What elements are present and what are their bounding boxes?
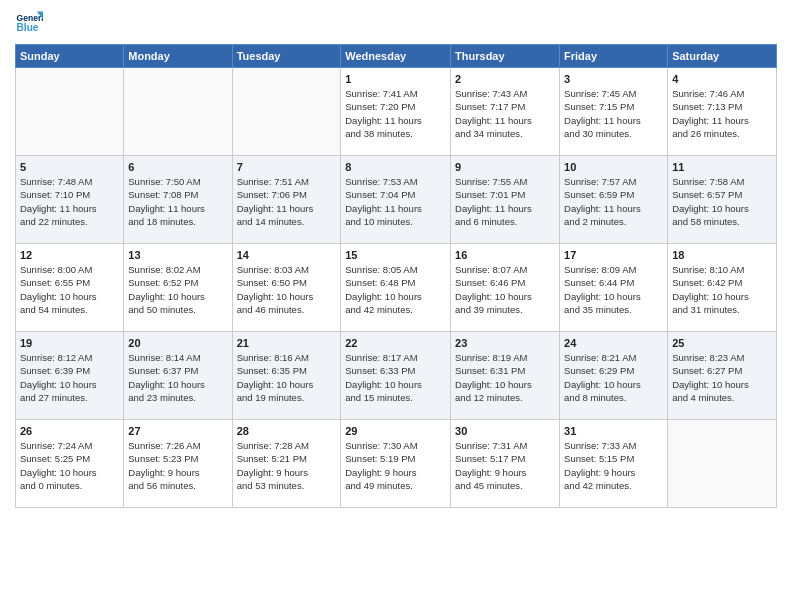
day-number: 23 [455, 337, 555, 349]
day-info: Sunrise: 7:26 AMSunset: 5:23 PMDaylight:… [128, 439, 227, 492]
calendar-cell-2-7: 11Sunrise: 7:58 AMSunset: 6:57 PMDayligh… [668, 156, 777, 244]
calendar-cell-4-1: 19Sunrise: 8:12 AMSunset: 6:39 PMDayligh… [16, 332, 124, 420]
day-number: 16 [455, 249, 555, 261]
calendar-cell-3-5: 16Sunrise: 8:07 AMSunset: 6:46 PMDayligh… [451, 244, 560, 332]
day-number: 1 [345, 73, 446, 85]
calendar-cell-1-6: 3Sunrise: 7:45 AMSunset: 7:15 PMDaylight… [560, 68, 668, 156]
day-info: Sunrise: 8:17 AMSunset: 6:33 PMDaylight:… [345, 351, 446, 404]
day-info: Sunrise: 7:48 AMSunset: 7:10 PMDaylight:… [20, 175, 119, 228]
day-number: 28 [237, 425, 337, 437]
calendar-cell-2-5: 9Sunrise: 7:55 AMSunset: 7:01 PMDaylight… [451, 156, 560, 244]
day-number: 17 [564, 249, 663, 261]
day-number: 19 [20, 337, 119, 349]
day-info: Sunrise: 7:58 AMSunset: 6:57 PMDaylight:… [672, 175, 772, 228]
calendar-cell-5-4: 29Sunrise: 7:30 AMSunset: 5:19 PMDayligh… [341, 420, 451, 508]
day-number: 27 [128, 425, 227, 437]
calendar-container: General Blue SundayMondayTuesdayWednesda… [0, 0, 792, 523]
day-info: Sunrise: 8:12 AMSunset: 6:39 PMDaylight:… [20, 351, 119, 404]
day-number: 6 [128, 161, 227, 173]
calendar-cell-2-6: 10Sunrise: 7:57 AMSunset: 6:59 PMDayligh… [560, 156, 668, 244]
weekday-header-tuesday: Tuesday [232, 45, 341, 68]
calendar-body: 1Sunrise: 7:41 AMSunset: 7:20 PMDaylight… [16, 68, 777, 508]
day-number: 2 [455, 73, 555, 85]
calendar-cell-5-6: 31Sunrise: 7:33 AMSunset: 5:15 PMDayligh… [560, 420, 668, 508]
week-row-5: 26Sunrise: 7:24 AMSunset: 5:25 PMDayligh… [16, 420, 777, 508]
day-number: 24 [564, 337, 663, 349]
calendar-cell-4-7: 25Sunrise: 8:23 AMSunset: 6:27 PMDayligh… [668, 332, 777, 420]
day-number: 26 [20, 425, 119, 437]
day-number: 4 [672, 73, 772, 85]
week-row-4: 19Sunrise: 8:12 AMSunset: 6:39 PMDayligh… [16, 332, 777, 420]
svg-text:Blue: Blue [17, 22, 39, 33]
calendar-cell-4-5: 23Sunrise: 8:19 AMSunset: 6:31 PMDayligh… [451, 332, 560, 420]
day-info: Sunrise: 7:33 AMSunset: 5:15 PMDaylight:… [564, 439, 663, 492]
weekday-header-friday: Friday [560, 45, 668, 68]
calendar-cell-1-4: 1Sunrise: 7:41 AMSunset: 7:20 PMDaylight… [341, 68, 451, 156]
calendar-cell-4-2: 20Sunrise: 8:14 AMSunset: 6:37 PMDayligh… [124, 332, 232, 420]
day-info: Sunrise: 7:50 AMSunset: 7:08 PMDaylight:… [128, 175, 227, 228]
week-row-2: 5Sunrise: 7:48 AMSunset: 7:10 PMDaylight… [16, 156, 777, 244]
calendar-cell-5-1: 26Sunrise: 7:24 AMSunset: 5:25 PMDayligh… [16, 420, 124, 508]
day-info: Sunrise: 8:10 AMSunset: 6:42 PMDaylight:… [672, 263, 772, 316]
calendar-cell-5-7 [668, 420, 777, 508]
day-number: 11 [672, 161, 772, 173]
day-number: 14 [237, 249, 337, 261]
day-info: Sunrise: 7:28 AMSunset: 5:21 PMDaylight:… [237, 439, 337, 492]
day-info: Sunrise: 8:19 AMSunset: 6:31 PMDaylight:… [455, 351, 555, 404]
calendar-cell-1-1 [16, 68, 124, 156]
day-number: 31 [564, 425, 663, 437]
logo-icon: General Blue [15, 10, 43, 38]
calendar-cell-3-1: 12Sunrise: 8:00 AMSunset: 6:55 PMDayligh… [16, 244, 124, 332]
week-row-1: 1Sunrise: 7:41 AMSunset: 7:20 PMDaylight… [16, 68, 777, 156]
calendar-cell-3-3: 14Sunrise: 8:03 AMSunset: 6:50 PMDayligh… [232, 244, 341, 332]
calendar-cell-2-3: 7Sunrise: 7:51 AMSunset: 7:06 PMDaylight… [232, 156, 341, 244]
day-number: 25 [672, 337, 772, 349]
day-info: Sunrise: 7:31 AMSunset: 5:17 PMDaylight:… [455, 439, 555, 492]
weekday-header-sunday: Sunday [16, 45, 124, 68]
day-number: 30 [455, 425, 555, 437]
day-info: Sunrise: 7:41 AMSunset: 7:20 PMDaylight:… [345, 87, 446, 140]
calendar-cell-2-4: 8Sunrise: 7:53 AMSunset: 7:04 PMDaylight… [341, 156, 451, 244]
day-info: Sunrise: 7:43 AMSunset: 7:17 PMDaylight:… [455, 87, 555, 140]
calendar-cell-3-7: 18Sunrise: 8:10 AMSunset: 6:42 PMDayligh… [668, 244, 777, 332]
day-info: Sunrise: 7:55 AMSunset: 7:01 PMDaylight:… [455, 175, 555, 228]
day-info: Sunrise: 8:05 AMSunset: 6:48 PMDaylight:… [345, 263, 446, 316]
day-info: Sunrise: 8:23 AMSunset: 6:27 PMDaylight:… [672, 351, 772, 404]
weekday-header-thursday: Thursday [451, 45, 560, 68]
day-number: 22 [345, 337, 446, 349]
calendar-cell-3-2: 13Sunrise: 8:02 AMSunset: 6:52 PMDayligh… [124, 244, 232, 332]
day-info: Sunrise: 8:03 AMSunset: 6:50 PMDaylight:… [237, 263, 337, 316]
day-number: 8 [345, 161, 446, 173]
calendar-cell-4-6: 24Sunrise: 8:21 AMSunset: 6:29 PMDayligh… [560, 332, 668, 420]
day-number: 29 [345, 425, 446, 437]
day-number: 7 [237, 161, 337, 173]
day-info: Sunrise: 8:14 AMSunset: 6:37 PMDaylight:… [128, 351, 227, 404]
calendar-cell-1-7: 4Sunrise: 7:46 AMSunset: 7:13 PMDaylight… [668, 68, 777, 156]
day-info: Sunrise: 7:46 AMSunset: 7:13 PMDaylight:… [672, 87, 772, 140]
day-info: Sunrise: 7:53 AMSunset: 7:04 PMDaylight:… [345, 175, 446, 228]
weekday-header-saturday: Saturday [668, 45, 777, 68]
day-info: Sunrise: 7:45 AMSunset: 7:15 PMDaylight:… [564, 87, 663, 140]
day-number: 10 [564, 161, 663, 173]
day-info: Sunrise: 7:51 AMSunset: 7:06 PMDaylight:… [237, 175, 337, 228]
calendar-header: SundayMondayTuesdayWednesdayThursdayFrid… [16, 45, 777, 68]
calendar-cell-3-4: 15Sunrise: 8:05 AMSunset: 6:48 PMDayligh… [341, 244, 451, 332]
day-number: 3 [564, 73, 663, 85]
day-number: 12 [20, 249, 119, 261]
calendar-cell-1-2 [124, 68, 232, 156]
day-info: Sunrise: 7:24 AMSunset: 5:25 PMDaylight:… [20, 439, 119, 492]
calendar-cell-5-3: 28Sunrise: 7:28 AMSunset: 5:21 PMDayligh… [232, 420, 341, 508]
day-info: Sunrise: 8:09 AMSunset: 6:44 PMDaylight:… [564, 263, 663, 316]
calendar-cell-2-1: 5Sunrise: 7:48 AMSunset: 7:10 PMDaylight… [16, 156, 124, 244]
calendar-cell-4-3: 21Sunrise: 8:16 AMSunset: 6:35 PMDayligh… [232, 332, 341, 420]
logo: General Blue [15, 10, 43, 38]
day-number: 5 [20, 161, 119, 173]
day-number: 15 [345, 249, 446, 261]
header-top: General Blue [15, 10, 777, 38]
calendar-cell-3-6: 17Sunrise: 8:09 AMSunset: 6:44 PMDayligh… [560, 244, 668, 332]
day-info: Sunrise: 7:30 AMSunset: 5:19 PMDaylight:… [345, 439, 446, 492]
day-info: Sunrise: 8:00 AMSunset: 6:55 PMDaylight:… [20, 263, 119, 316]
calendar-cell-5-2: 27Sunrise: 7:26 AMSunset: 5:23 PMDayligh… [124, 420, 232, 508]
day-info: Sunrise: 8:21 AMSunset: 6:29 PMDaylight:… [564, 351, 663, 404]
day-number: 20 [128, 337, 227, 349]
